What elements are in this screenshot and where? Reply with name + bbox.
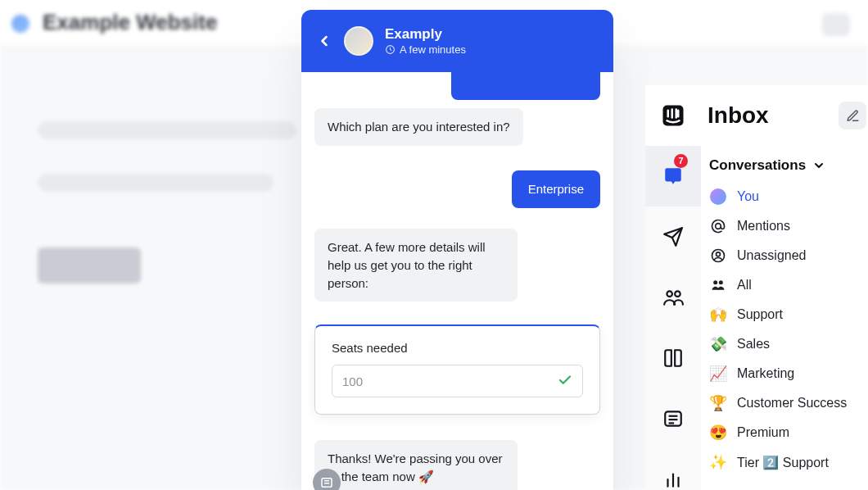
- user-message-partial: [451, 72, 600, 100]
- hands-icon: 🙌: [709, 306, 727, 324]
- intercom-icon: [661, 103, 685, 128]
- nav-reports[interactable]: [645, 449, 701, 490]
- back-button[interactable]: [316, 33, 332, 49]
- conversation-list: Conversations You Mentions Unassigned Al…: [701, 146, 868, 490]
- skeleton-line: [38, 121, 296, 139]
- conv-label: You: [737, 189, 759, 204]
- app-logo[interactable]: [645, 85, 701, 146]
- conv-label: Support: [737, 307, 783, 322]
- conv-sales[interactable]: 💸 Sales: [701, 329, 868, 359]
- form-card: Seats needed 100: [314, 324, 600, 415]
- svg-point-21: [713, 280, 717, 284]
- clock-icon: [385, 44, 396, 55]
- response-time: A few minutes: [400, 43, 466, 56]
- section-header[interactable]: Conversations: [701, 146, 868, 182]
- conv-label: All: [737, 278, 752, 293]
- conv-marketing[interactable]: 📈 Marketing: [701, 359, 868, 388]
- section-title: Conversations: [709, 157, 806, 174]
- site-logo: [11, 15, 29, 33]
- trophy-icon: 🏆: [709, 394, 727, 412]
- paper-plane-icon: [662, 226, 684, 247]
- bar-chart-icon: [662, 469, 684, 490]
- check-icon: [558, 373, 572, 390]
- inbox-tray-icon: [662, 166, 684, 187]
- conv-unassigned[interactable]: Unassigned: [701, 241, 868, 270]
- conv-label: Marketing: [737, 366, 794, 381]
- inbox-panel: Inbox 7: [645, 85, 868, 490]
- agent-avatar: [344, 26, 373, 56]
- book-icon: [662, 347, 684, 369]
- skeleton-button: [38, 247, 141, 284]
- bot-message: Great. A few more details will help us g…: [314, 229, 518, 302]
- conv-you[interactable]: You: [701, 182, 868, 211]
- chat-header: Examply A few minutes: [301, 10, 613, 72]
- inbox-badge: 7: [674, 154, 688, 168]
- nav-inbox[interactable]: 7: [645, 146, 701, 206]
- nav-book[interactable]: [645, 328, 701, 388]
- conv-tier2[interactable]: ✨ Tier 2️⃣ Support: [701, 447, 868, 477]
- svg-point-22: [719, 280, 723, 284]
- chevron-down-icon: [812, 159, 825, 172]
- sparkle-icon: ✨: [709, 453, 727, 471]
- conv-premium[interactable]: 😍 Premium: [701, 418, 868, 447]
- people-icon: [662, 287, 684, 308]
- conv-all[interactable]: All: [701, 270, 868, 300]
- money-icon: 💸: [709, 335, 727, 353]
- nav-people[interactable]: [645, 267, 701, 328]
- agent-name: Examply: [385, 26, 466, 43]
- menu-button[interactable]: [822, 13, 850, 36]
- seats-value: 100: [342, 374, 363, 388]
- seats-label: Seats needed: [332, 341, 583, 355]
- mention-icon: [709, 217, 727, 235]
- seats-input[interactable]: 100: [332, 365, 583, 397]
- nav-news[interactable]: [645, 388, 701, 449]
- avatar-icon: [709, 188, 727, 206]
- chat-body: Which plan are you interested in? Enterp…: [301, 72, 613, 490]
- heart-eyes-icon: 😍: [709, 424, 727, 442]
- newspaper-icon: [662, 408, 684, 429]
- chat-widget: Examply A few minutes Which plan are you…: [301, 10, 613, 490]
- conv-customer-success[interactable]: 🏆 Customer Success: [701, 388, 868, 418]
- conv-label: Tier 2️⃣ Support: [737, 455, 829, 470]
- compose-icon: [846, 109, 860, 123]
- svg-point-20: [717, 252, 721, 256]
- conv-label: Customer Success: [737, 396, 847, 411]
- svg-point-10: [675, 291, 680, 297]
- chart-up-icon: 📈: [709, 365, 727, 383]
- conv-label: Unassigned: [737, 248, 807, 263]
- conv-support[interactable]: 🙌 Support: [701, 300, 868, 329]
- bot-message: Thanks! We're passing you over to the te…: [314, 440, 518, 490]
- user-circle-icon: [709, 247, 727, 265]
- conv-mentions[interactable]: Mentions: [701, 211, 868, 241]
- bot-message: Which plan are you interested in?: [314, 108, 523, 146]
- user-message: Enterprise: [512, 170, 600, 208]
- conv-label: Sales: [737, 337, 770, 352]
- conv-label: Mentions: [737, 219, 790, 234]
- skeleton-line: [38, 174, 274, 192]
- bot-avatar-icon: [313, 469, 341, 490]
- conv-label: Premium: [737, 425, 789, 440]
- nav-rail: 7: [645, 146, 701, 490]
- inbox-header: Inbox: [645, 85, 868, 146]
- svg-point-9: [667, 291, 672, 297]
- svg-point-18: [716, 224, 721, 229]
- compose-button[interactable]: [839, 102, 866, 129]
- nav-send[interactable]: [645, 206, 701, 267]
- group-icon: [709, 276, 727, 294]
- chevron-left-icon: [316, 33, 332, 49]
- site-title: Example Website: [43, 10, 217, 35]
- inbox-title: Inbox: [701, 102, 839, 129]
